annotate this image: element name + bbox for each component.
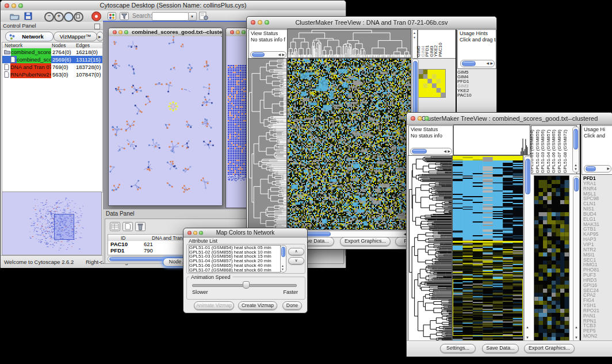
main-title-bar[interactable]: Cytoscape Desktop (Session Name: collins… xyxy=(1,1,346,11)
help-lifering-icon[interactable] xyxy=(91,12,101,21)
dialog-title-bar[interactable]: Map Colors to Network xyxy=(183,228,307,237)
network-row-4[interactable]: RNAPuberNov2+ 563(0) 107847(0) xyxy=(2,71,102,78)
attribute-list[interactable]: GPL51-01 (GSM854) heat shock 05 minGPL51… xyxy=(189,245,281,273)
close-icon[interactable] xyxy=(188,231,192,235)
zoom-icon[interactable] xyxy=(242,30,246,35)
zoom-out-icon[interactable]: − xyxy=(44,12,54,22)
network1-view-canvas[interactable] xyxy=(109,36,221,204)
more-tabs-button[interactable] xyxy=(97,32,104,41)
view-status-label: View Status xyxy=(251,30,287,36)
attribute-list-label: Attribute List xyxy=(189,238,217,244)
network-name: RNAPuberNov2+ xyxy=(10,71,51,78)
cm2-export-graphics-button[interactable]: Export Graphics... xyxy=(524,344,575,353)
minimize-icon[interactable] xyxy=(193,231,197,235)
cm2-zoom-heatmap[interactable] xyxy=(534,176,569,341)
minimize-icon[interactable] xyxy=(12,3,16,8)
zoom-icon[interactable] xyxy=(124,30,128,35)
network-row-3[interactable]: DNA and Tran 07 769(0) 183728(0) xyxy=(2,63,102,71)
network-row-1[interactable]: combined_scores 2764(0) 16218(0) xyxy=(2,48,102,56)
dialog-title: Map Colors to Network xyxy=(216,229,275,236)
network2-view-canvas[interactable] xyxy=(226,36,248,206)
map-colors-dialog: Map Colors to Network Attribute List GPL… xyxy=(183,228,308,313)
network-nodes: 2764(0) xyxy=(52,48,75,56)
data-row-id: PAC10 xyxy=(110,241,139,247)
cm1-hints-hscrollbar[interactable] xyxy=(460,60,495,67)
open-file-icon[interactable] xyxy=(10,12,20,20)
animation-speed-label: Animation Speed xyxy=(189,274,232,280)
usage-hints-label: Usage Hi xyxy=(584,127,612,132)
cm2-view-status-panel: View Status No status info xyxy=(408,125,453,156)
modify-network-icon[interactable] xyxy=(108,12,116,20)
search-dropdown[interactable] xyxy=(188,12,197,21)
attribute-list-vscrollbar[interactable] xyxy=(280,245,286,273)
zoom-icon[interactable] xyxy=(199,231,203,235)
data-row-value: 621 xyxy=(144,241,178,247)
minimize-icon[interactable] xyxy=(418,116,422,121)
cm2-hints-hscrollbar[interactable] xyxy=(584,165,611,173)
animate-vizmap-button[interactable]: Animate Vizmap xyxy=(194,301,234,310)
minimize-icon[interactable] xyxy=(236,30,240,35)
cm2-title-bar[interactable]: ClusterMaker TreeView : combined_scores_… xyxy=(407,113,612,125)
zoom-fit-icon[interactable] xyxy=(74,12,83,22)
zoom-icon[interactable] xyxy=(18,3,23,8)
close-icon[interactable] xyxy=(113,30,117,35)
network-name: combined_sco xyxy=(17,56,51,63)
cm1-row-dendrogram[interactable] xyxy=(248,59,286,229)
network1-title-bar[interactable]: combined_scores_good.txt--cluste... xyxy=(109,28,222,37)
zoom-icon[interactable] xyxy=(424,116,429,121)
close-icon[interactable] xyxy=(251,20,255,25)
cm2-labels-vscrollbar[interactable] xyxy=(572,127,579,173)
cm2-heatmap[interactable] xyxy=(453,156,523,341)
cm2-zoom-vscrollbar[interactable] xyxy=(573,176,580,342)
network-list: combined_scores 2764(0) 16218(0) combine… xyxy=(2,48,103,193)
cm2-panel-divider xyxy=(580,124,581,354)
move-down-button[interactable]: ∨ xyxy=(288,257,304,265)
close-icon[interactable] xyxy=(411,116,415,121)
slower-label: Slower xyxy=(192,289,208,295)
usage-hints-text: Click and xyxy=(584,133,612,139)
done-button[interactable]: Done xyxy=(282,301,302,310)
delete-attribute-icon[interactable] xyxy=(135,222,146,231)
cm2-save-data-button[interactable]: Save Data... xyxy=(482,344,519,353)
cm1-export-graphics-button[interactable]: Export Graphics... xyxy=(340,237,391,246)
create-vizmap-button[interactable]: Create Vizmap xyxy=(238,301,277,310)
minimize-icon[interactable] xyxy=(258,20,262,25)
cm2-gene-list[interactable]: PFD1YRA1RNR4MSL1SPC98CLN1NIS1BUD4ELG1MAK… xyxy=(583,176,611,341)
network-row-2-selected[interactable]: combined_sco 2569(6) 13112(15) xyxy=(2,56,102,63)
tab-vizmapper[interactable]: VizMapper™ xyxy=(53,32,97,41)
close-icon[interactable] xyxy=(230,30,234,35)
clustermaker2-window: ClusterMaker TreeView : combined_scores_… xyxy=(406,112,612,357)
close-icon[interactable] xyxy=(5,3,9,8)
cm2-status-hscrollbar[interactable] xyxy=(410,148,452,155)
window-controls[interactable] xyxy=(5,3,25,8)
cm2-column-labels[interactable]: GPL51-01 (GSM854)GPL51-02 (GSM855)GPL51-… xyxy=(531,125,577,175)
speed-slider-knob[interactable] xyxy=(243,281,250,289)
cm1-similarity-matrix[interactable] xyxy=(419,70,445,97)
tab-network[interactable]: Network xyxy=(5,32,53,41)
float-panel-icon[interactable] xyxy=(94,24,100,29)
cm1-column-labels[interactable]: GIM5GIM4PFD1GIM3YKE2PAC10 xyxy=(418,29,457,59)
annotation-icon[interactable] xyxy=(199,12,208,20)
minimize-icon[interactable] xyxy=(118,30,123,35)
network-view-window-1[interactable]: combined_scores_good.txt--cluste... xyxy=(108,28,223,206)
cm1-gene-labels[interactable]: GIM5GIM4PFD1GIM3YKE2PAC10 xyxy=(457,70,480,98)
filter-icon[interactable] xyxy=(120,12,129,20)
view-status-text: No status info f xyxy=(251,37,287,43)
save-icon[interactable] xyxy=(24,12,32,20)
cm2-column-dendrogram[interactable] xyxy=(454,125,530,155)
move-up-button[interactable]: ∧ xyxy=(288,248,304,255)
new-attribute-icon[interactable] xyxy=(123,222,133,231)
network-overview-thumbnail[interactable] xyxy=(2,192,101,255)
cm2-settings-button[interactable]: Settings... xyxy=(440,344,476,353)
cm1-title-bar[interactable]: ClusterMaker TreeView : DNA and Tran 07-… xyxy=(247,17,496,29)
zoom-selected-icon[interactable] xyxy=(64,12,74,22)
cm1-column-dendrogram[interactable] xyxy=(288,29,411,58)
cm2-row-dendrogram[interactable] xyxy=(408,156,452,341)
cm1-status-hscrollbar[interactable] xyxy=(250,51,286,58)
zoom-in-icon[interactable]: + xyxy=(54,12,64,22)
attribute-table-icon[interactable] xyxy=(110,222,120,231)
search-input[interactable] xyxy=(152,12,189,21)
cm1-heatmap[interactable] xyxy=(288,59,411,229)
network-name: DNA and Tran 07 xyxy=(10,63,51,71)
zoom-icon[interactable] xyxy=(265,20,269,25)
